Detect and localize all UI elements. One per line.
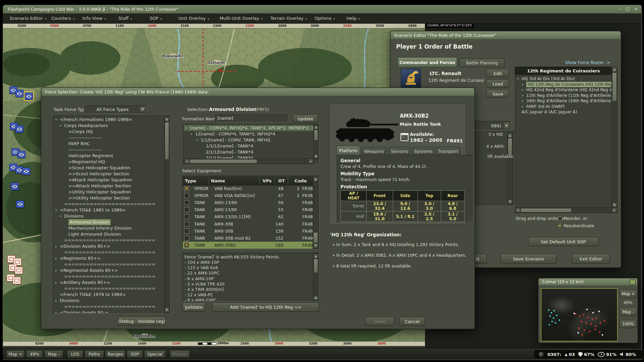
menu-scenario-editor[interactable]: Scenario Editor▾ bbox=[10, 13, 46, 23]
tree-item[interactable]: >>Attack Helicopter Section bbox=[54, 183, 164, 189]
scrollbar[interactable]: ▲ ▼ bbox=[313, 176, 319, 249]
equipment-checkbox[interactable] bbox=[184, 236, 189, 241]
menu-help[interactable]: Help▾ bbox=[346, 13, 360, 23]
chevron-expanded-icon[interactable]: ▾ bbox=[191, 131, 195, 137]
tree-item[interactable]: >>Utility Helicopter Section bbox=[54, 195, 164, 201]
equipment-row[interactable]: SPRDRVAB Rasit[m]482FR387 bbox=[183, 185, 313, 192]
menu-counters[interactable]: Counters▾ bbox=[51, 13, 74, 23]
tree-item[interactable]: ▸<Regiments 85+> bbox=[54, 255, 164, 261]
exit-editor-button[interactable]: Exit Editor bbox=[572, 254, 610, 264]
menu-info-view[interactable]: Info View▾ bbox=[83, 13, 106, 23]
menu-unit-overlay[interactable]: Unit Overlay▾ bbox=[178, 13, 209, 23]
chevron-collapsed-icon[interactable]: ▸ bbox=[522, 104, 526, 110]
set-default-unit-sop-button[interactable]: Set Default Unit SOP bbox=[528, 237, 599, 246]
tree-item[interactable]: ▸34th Reg d'Artillerie (34th Reg d'Artil… bbox=[516, 98, 611, 104]
tab-platform[interactable]: Platform bbox=[336, 145, 360, 155]
unit-counter[interactable] bbox=[15, 267, 23, 274]
minimize-button[interactable]: – bbox=[619, 6, 621, 11]
tree-item[interactable]: FARP RHC bbox=[54, 141, 164, 147]
update-button[interactable]: Update bbox=[293, 115, 318, 123]
tree-item[interactable]: >Attack Helicopter Squadron bbox=[54, 177, 164, 183]
scrollbar[interactable]: ▲ ▼ bbox=[164, 116, 170, 313]
chevron-collapsed-icon[interactable]: ▸ bbox=[55, 280, 60, 286]
tree-item[interactable]: ▾<French Formations 1980-1989> bbox=[54, 117, 164, 123]
equipment-checkbox[interactable] bbox=[184, 193, 189, 198]
chevron-collapsed-icon[interactable]: ▸ bbox=[522, 82, 526, 87]
column-header-vps[interactable]: VPs bbox=[259, 176, 275, 185]
column-header-code[interactable]: Code bbox=[288, 176, 313, 185]
tree-item[interactable]: ▸<Division Assets 85+> bbox=[54, 243, 164, 249]
tab-weapons[interactable]: Weapons bbox=[362, 147, 386, 155]
column-header-ot[interactable]: OT bbox=[275, 176, 288, 185]
statusbar-ranges[interactable]: Ranges bbox=[105, 350, 125, 358]
debug-validate-button[interactable]: (Debug - Validate Leg) bbox=[118, 317, 165, 325]
statusbar-sop[interactable]: SOP bbox=[127, 350, 143, 358]
tree-item[interactable]: ========================= bbox=[54, 304, 164, 310]
tree-item[interactable]: ▸HQ 42nd Reg d'Infanterie (HQ 42nd Reg d… bbox=[516, 87, 611, 93]
resubordinate-radio[interactable] bbox=[558, 224, 562, 228]
tree-item[interactable]: 1/1/1/[name] - TANK*4 bbox=[184, 143, 314, 149]
tree-item[interactable]: ▾<French TO&E 1985 to 1989> bbox=[54, 207, 164, 213]
unit-counter[interactable] bbox=[25, 93, 33, 100]
tree-item[interactable]: ▸Divisions bbox=[54, 298, 164, 304]
close-button[interactable]: × bbox=[634, 6, 638, 11]
reorder-radio[interactable] bbox=[558, 217, 562, 221]
statusbar-mission[interactable]: Mission bbox=[170, 350, 190, 358]
save-button[interactable]: Save bbox=[486, 90, 509, 98]
tab-sensors[interactable]: Sensors bbox=[388, 147, 411, 155]
statusbar-special[interactable]: Special bbox=[144, 350, 166, 358]
tree-item[interactable]: A/C Jaguar A (A/C Jaguar A) bbox=[516, 109, 611, 115]
tree-item[interactable]: ▾1/[name] - COMV*4, TANK*2, INFHQ*4 bbox=[184, 131, 314, 137]
statusbar-map[interactable]: Map - bbox=[44, 350, 63, 358]
unit-counter[interactable] bbox=[16, 200, 24, 208]
tree-item[interactable]: ▾[name] - COMV*4, INFHQ*4, TANK*2, APCW*… bbox=[184, 125, 314, 131]
chevron-collapsed-icon[interactable]: ▸ bbox=[522, 98, 526, 104]
save-scenario-button[interactable]: Save Scenario bbox=[500, 254, 556, 264]
unit-counter[interactable] bbox=[13, 277, 21, 284]
done-button[interactable]: Done bbox=[365, 317, 394, 326]
reorder-label[interactable]: Reorder, or bbox=[564, 216, 587, 221]
equipment-row[interactable]: TANKAMX-30B140FR488 bbox=[183, 220, 313, 227]
chevron-expanded-icon[interactable]: ▾ bbox=[185, 125, 190, 131]
tree-item[interactable]: ▾HQ 3rd Ar Div (3rd Ar Div) bbox=[516, 76, 611, 82]
chevron-down-icon[interactable]: ▼ bbox=[503, 122, 510, 129]
chevron-collapsed-icon[interactable]: ▸ bbox=[55, 243, 60, 249]
tree-item[interactable]: ========================= bbox=[54, 274, 164, 280]
equipment-checkbox[interactable] bbox=[184, 207, 189, 212]
scrollbar[interactable]: ▲ ▼ bbox=[313, 125, 319, 159]
tree-item[interactable]: --------------------- bbox=[54, 147, 164, 153]
unit-counter[interactable] bbox=[15, 90, 23, 97]
equipment-row[interactable]: TANKAMX-30B mod B2152FR490 bbox=[183, 235, 313, 242]
tree-item[interactable]: ▾Corps Headquarters bbox=[54, 123, 164, 129]
equipment-row[interactable]: TANKAMX-30B139FR489 bbox=[183, 228, 313, 235]
tree-item[interactable]: ========================= bbox=[54, 249, 164, 255]
tab-systems[interactable]: Systems bbox=[413, 147, 434, 155]
scrollbar[interactable]: ▲ ▼ bbox=[507, 133, 513, 204]
menu-terrain-overlay[interactable]: Terrain Overlay▾ bbox=[270, 13, 307, 23]
chevron-expanded-icon[interactable]: ▾ bbox=[55, 207, 60, 213]
tab-transport[interactable]: Transport bbox=[436, 147, 460, 155]
hscrollbar[interactable]: ◄ ► bbox=[184, 159, 314, 164]
chevron-collapsed-icon[interactable]: ▸ bbox=[55, 310, 60, 313]
equipment-checkbox[interactable] bbox=[184, 186, 189, 191]
validate-button[interactable]: Validate bbox=[182, 303, 205, 312]
unit-counter[interactable] bbox=[17, 151, 25, 158]
minimap[interactable] bbox=[541, 288, 618, 341]
chevron-expanded-icon[interactable]: ▾ bbox=[60, 123, 64, 129]
show-force-roster-link[interactable]: Show Force Roster -> bbox=[565, 60, 610, 65]
tree-item[interactable]: ========================= bbox=[54, 261, 164, 267]
force-tree-scrollbar[interactable]: ▲ ▼ bbox=[611, 67, 618, 208]
equipment-row[interactable]: TANKAMX-13/9056FR483 bbox=[183, 199, 313, 206]
tree-item[interactable]: Mechanized Infantry Division bbox=[54, 225, 164, 231]
minimap-mode-icon[interactable] bbox=[630, 280, 636, 285]
unit-counter[interactable] bbox=[11, 183, 19, 190]
statusbar-49[interactable]: 49% bbox=[26, 350, 43, 358]
equipment-checkbox[interactable] bbox=[184, 200, 189, 205]
tree-item[interactable]: ▸HQ 12th Reg de Cuirassiers (HQ 12th Reg… bbox=[516, 82, 611, 87]
load-button[interactable]: Load bbox=[486, 80, 509, 88]
tree-item[interactable]: ▸<Division Assets 84-> bbox=[54, 310, 164, 313]
equipment-row[interactable]: TANKAMX-13/9053FR484 bbox=[183, 206, 313, 213]
tree-item[interactable]: 2/1/1/[name] - TANK*4 bbox=[184, 149, 314, 155]
minimap-zoom-in-button[interactable]: Map + bbox=[620, 290, 637, 298]
menu-multi-unit-overlay[interactable]: Multi-Unit Overlay▾ bbox=[220, 13, 263, 23]
